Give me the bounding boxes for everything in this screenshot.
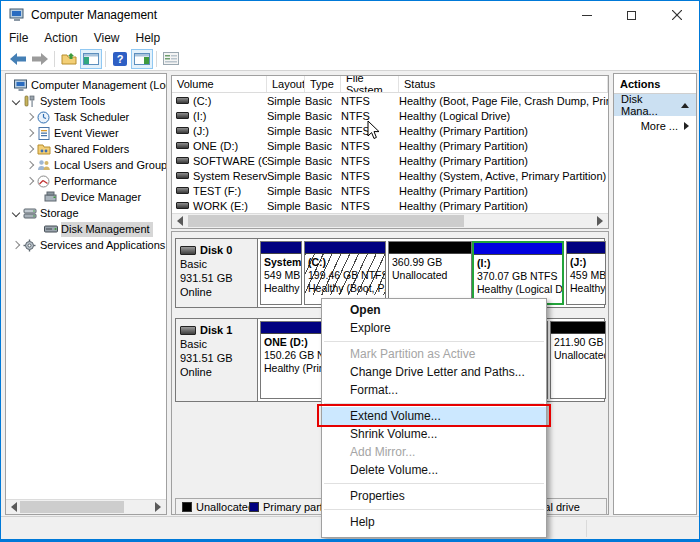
back-arrow-icon[interactable] bbox=[7, 49, 29, 69]
task-scheduler-icon bbox=[36, 110, 51, 124]
volume-list-horizontal-scrollbar[interactable] bbox=[172, 213, 608, 228]
menu-item-explore[interactable]: Explore bbox=[322, 319, 546, 337]
partition-unallocated-disk1[interactable]: 211.90 GBUnallocated bbox=[550, 321, 606, 399]
unallocated-swatch bbox=[182, 502, 192, 512]
menu-item-format[interactable]: Format... bbox=[322, 381, 546, 399]
partition-j[interactable]: (J:)459 MB NTFSHealthy (Primary Partitio… bbox=[566, 241, 606, 305]
scroll-right-icon[interactable] bbox=[155, 502, 161, 512]
column-header-layout[interactable]: Layout bbox=[267, 76, 305, 92]
chevron-collapsed-icon[interactable] bbox=[26, 177, 34, 185]
disk-management-icon bbox=[43, 222, 58, 236]
disk-icon bbox=[180, 246, 196, 255]
column-header-file-system[interactable]: File System bbox=[341, 76, 399, 92]
volume-row[interactable]: SOFTWARE (G:) SimpleBasic NTFSHealthy (P… bbox=[172, 153, 608, 168]
partition-unallocated-disk0[interactable]: 360.99 GBUnallocated bbox=[388, 241, 472, 305]
disk-0-info[interactable]: Disk 0 Basic 931.51 GB Online bbox=[176, 239, 258, 307]
console-tree-panel: Computer Management (Local) System Tools… bbox=[5, 73, 167, 515]
volume-row[interactable]: System Reserved SimpleBasic NTFSHealthy … bbox=[172, 168, 608, 183]
chevron-collapsed-icon[interactable] bbox=[26, 145, 34, 153]
menu-item-help[interactable]: Help bbox=[322, 513, 546, 531]
chevron-collapsed-icon[interactable] bbox=[26, 161, 34, 169]
status-bar-divider bbox=[586, 520, 587, 537]
close-button[interactable] bbox=[654, 1, 699, 29]
forward-arrow-icon[interactable] bbox=[29, 49, 51, 69]
maximize-button[interactable] bbox=[609, 1, 654, 29]
menu-item-open[interactable]: Open bbox=[322, 301, 546, 319]
sidebar-item-performance[interactable]: Performance bbox=[6, 173, 166, 189]
menu-file[interactable]: File bbox=[1, 29, 36, 47]
primary-partition-bar bbox=[261, 242, 301, 254]
title-bar: Computer Management bbox=[1, 1, 699, 29]
menu-item-shrink-volume[interactable]: Shrink Volume... bbox=[322, 425, 546, 443]
services-applications-icon bbox=[22, 238, 37, 252]
column-header-volume[interactable]: Volume bbox=[172, 76, 267, 92]
chevron-expanded-icon[interactable] bbox=[12, 209, 20, 217]
menu-item-properties[interactable]: Properties bbox=[322, 487, 546, 505]
volume-icon bbox=[176, 157, 189, 164]
menu-item-change-drive-letter[interactable]: Change Drive Letter and Paths... bbox=[322, 363, 546, 381]
show-action-pane-icon[interactable] bbox=[131, 49, 153, 69]
sidebar-item-services-and-applications[interactable]: Services and Applications bbox=[6, 237, 166, 253]
sidebar-item-disk-management[interactable]: Disk Management bbox=[6, 221, 166, 237]
sidebar-item-event-viewer[interactable]: Event Viewer bbox=[6, 125, 166, 141]
mouse-cursor bbox=[367, 120, 380, 140]
menu-item-mark-partition-active: Mark Partition as Active bbox=[322, 345, 546, 363]
minimize-button[interactable] bbox=[564, 1, 609, 29]
computer-management-window: Computer Management File Action View Hel… bbox=[0, 0, 700, 542]
menu-separator bbox=[324, 483, 544, 484]
column-header-status[interactable]: Status bbox=[399, 76, 608, 92]
partition-c[interactable]: (C:)199.46 GB NTFSHealthy (Boot, Page Fi… bbox=[304, 241, 386, 305]
expand-arrow-icon[interactable] bbox=[684, 122, 689, 130]
scroll-left-icon[interactable] bbox=[11, 502, 17, 512]
sidebar-item-task-scheduler[interactable]: Task Scheduler bbox=[6, 109, 166, 125]
volume-row[interactable]: (I:) SimpleBasic NTFSHealthy (Logical Dr… bbox=[172, 108, 608, 123]
chevron-expanded-icon[interactable] bbox=[12, 97, 20, 105]
show-console-tree-icon[interactable] bbox=[80, 49, 102, 69]
tree-horizontal-scrollbar[interactable] bbox=[6, 499, 166, 514]
partition-i-selected[interactable]: (I:)370.07 GB NTFSHealthy (Logical Drive… bbox=[472, 241, 564, 305]
actions-more[interactable]: More ... bbox=[614, 116, 696, 136]
column-header-type[interactable]: Type bbox=[305, 76, 341, 92]
primary-partition-bar bbox=[305, 242, 385, 254]
legend-unallocated: Unallocated bbox=[182, 501, 254, 513]
chevron-collapsed-icon[interactable] bbox=[26, 129, 34, 137]
volume-row[interactable]: (C:) SimpleBasic NTFSHealthy (Boot, Page… bbox=[172, 93, 608, 108]
properties-dialog-icon[interactable] bbox=[160, 49, 182, 69]
device-manager-icon bbox=[43, 190, 58, 204]
disk-1-info[interactable]: Disk 1 Basic 931.51 GB Online bbox=[176, 319, 258, 401]
help-icon[interactable]: ? bbox=[109, 49, 131, 69]
scroll-left-icon[interactable] bbox=[177, 216, 183, 226]
app-icon bbox=[9, 7, 25, 23]
menu-help[interactable]: Help bbox=[128, 29, 169, 47]
volume-icon bbox=[176, 202, 189, 209]
volume-icon bbox=[176, 127, 189, 134]
shared-folders-icon bbox=[36, 142, 51, 156]
scrollbar-thumb[interactable] bbox=[20, 501, 124, 513]
volume-list-panel: Volume Layout Type File System Status (C… bbox=[171, 75, 609, 229]
menu-action[interactable]: Action bbox=[36, 29, 85, 47]
volume-row[interactable]: WORK (E:) SimpleBasic NTFSHealthy (Prima… bbox=[172, 198, 608, 213]
sidebar-item-local-users-and-groups[interactable]: Local Users and Groups bbox=[6, 157, 166, 173]
performance-icon bbox=[36, 174, 51, 188]
partition-system-reserved[interactable]: System Reserved549 MB NTFSHealthy (Syste… bbox=[260, 241, 302, 305]
scrollbar-thumb[interactable] bbox=[188, 215, 464, 227]
menu-bar: File Action View Help bbox=[1, 29, 699, 47]
chevron-collapsed-icon[interactable] bbox=[12, 241, 20, 249]
up-folder-icon[interactable] bbox=[58, 49, 80, 69]
sidebar-item-device-manager[interactable]: Device Manager bbox=[6, 189, 166, 205]
volume-row[interactable]: (J:) SimpleBasic NTFSHealthy (Primary Pa… bbox=[172, 123, 608, 138]
sidebar-item-system-tools[interactable]: System Tools bbox=[6, 93, 166, 109]
menu-item-delete-volume[interactable]: Delete Volume... bbox=[322, 461, 546, 479]
volume-row[interactable]: TEST (F:) SimpleBasic NTFSHealthy (Prima… bbox=[172, 183, 608, 198]
scroll-right-icon[interactable] bbox=[597, 216, 603, 226]
window-title: Computer Management bbox=[31, 8, 157, 22]
volume-row[interactable]: ONE (D:) SimpleBasic NTFSHealthy (Primar… bbox=[172, 138, 608, 153]
sidebar-item-computer-management[interactable]: Computer Management (Local) bbox=[6, 77, 166, 93]
chevron-collapsed-icon[interactable] bbox=[26, 113, 34, 121]
collapse-arrow-icon[interactable] bbox=[681, 103, 689, 108]
sidebar-item-storage[interactable]: Storage bbox=[6, 205, 166, 221]
menu-view[interactable]: View bbox=[86, 29, 128, 47]
logical-drive-bar bbox=[474, 243, 562, 255]
sidebar-item-shared-folders[interactable]: Shared Folders bbox=[6, 141, 166, 157]
actions-disk-management-group[interactable]: Disk Mana... bbox=[614, 94, 696, 116]
